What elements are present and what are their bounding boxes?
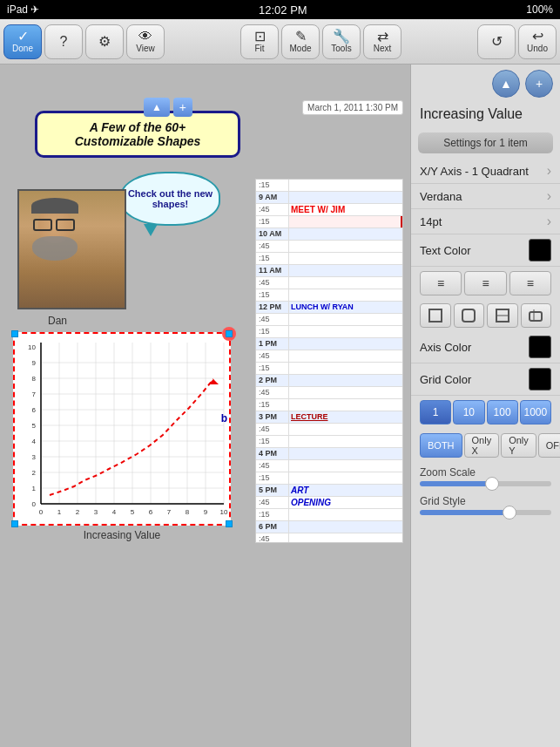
num-100-button[interactable]: 100 xyxy=(487,400,518,424)
grid-style-track[interactable] xyxy=(420,510,551,515)
svg-text:4: 4 xyxy=(112,508,117,516)
num-1-button[interactable]: 1 xyxy=(420,400,451,424)
cal-event xyxy=(289,228,402,240)
panel-up-button[interactable]: ▲ xyxy=(492,70,520,98)
settings-header-text: Settings for 1 item xyxy=(443,137,528,149)
font-row[interactable]: Verdana › xyxy=(411,184,560,209)
toggle-both-button[interactable]: BOTH xyxy=(420,433,462,458)
view-button[interactable]: 👁 View xyxy=(126,24,165,59)
svg-text:8: 8 xyxy=(32,375,37,383)
cal-time: :45 xyxy=(256,533,289,543)
cal-event xyxy=(289,180,402,191)
toggle-only-x-button[interactable]: Only X xyxy=(464,433,500,458)
cal-time: :45 xyxy=(256,204,289,215)
align-center-button[interactable]: ≡ xyxy=(464,271,506,295)
calendar-container: :15 9 AM :45 MEET W/ JIM :15 xyxy=(255,179,403,543)
ipad-label: iPad ✈ xyxy=(7,3,39,16)
person-photo xyxy=(19,191,125,308)
cal-row: :45 xyxy=(256,277,402,289)
align-right-button[interactable]: ≡ xyxy=(509,271,551,295)
axis-color-swatch[interactable] xyxy=(529,336,551,358)
axis-color-row[interactable]: Axis Color xyxy=(411,331,560,363)
drawing-area: March 1, 2011 1:30 PM A Few of the 60+ C… xyxy=(0,95,410,747)
tools-button[interactable]: 🔧 Tools xyxy=(322,24,361,59)
svg-marker-45 xyxy=(208,379,219,384)
svg-text:5: 5 xyxy=(32,422,37,430)
redo-button[interactable]: ↺ xyxy=(477,24,516,59)
num-1000-button[interactable]: 1000 xyxy=(520,400,551,424)
cal-row: 12 PM LUNCH W/ RYAN xyxy=(256,302,402,314)
cal-time: :15 xyxy=(256,253,289,264)
canvas-scroll-up[interactable]: ▲ xyxy=(144,98,170,117)
cal-row: :45 xyxy=(256,460,402,472)
align-right-icon: ≡ xyxy=(527,276,534,290)
cal-event xyxy=(289,399,402,411)
text-color-swatch[interactable] xyxy=(529,239,551,261)
align-left-button[interactable]: ≡ xyxy=(420,271,462,295)
num-10-button[interactable]: 10 xyxy=(453,400,484,424)
zoom-scale-row: Zoom Scale xyxy=(411,462,560,491)
axis-color-label: Axis Color xyxy=(420,341,529,354)
chart-bottom-label: Increasing Value xyxy=(13,529,231,541)
corner-style-4[interactable] xyxy=(521,303,552,328)
cal-event xyxy=(289,509,402,520)
mode-icon: ✎ xyxy=(295,30,307,44)
text-color-row[interactable]: Text Color xyxy=(411,234,560,267)
status-right: 100% xyxy=(526,3,553,16)
grid-style-thumb[interactable] xyxy=(503,506,516,520)
cal-row: :45 xyxy=(256,314,402,326)
help-button[interactable]: ? xyxy=(44,24,83,59)
svg-text:7: 7 xyxy=(167,508,172,516)
mode-button[interactable]: ✎ Mode xyxy=(281,24,320,59)
toggle-off-button[interactable]: OFF xyxy=(538,433,560,458)
help-icon: ? xyxy=(60,35,68,49)
title-line2: Customizable Shapes xyxy=(46,134,229,148)
plus-icon: + xyxy=(536,77,543,91)
cal-row: :15 xyxy=(256,326,402,338)
svg-text:4: 4 xyxy=(32,438,37,445)
cal-time: :15 xyxy=(256,289,289,301)
toolbar-right: ↺ ↩ Undo xyxy=(477,24,557,59)
fit-button[interactable]: ⊡ Fit xyxy=(240,24,279,59)
toggle-only-y-button[interactable]: Only Y xyxy=(501,433,536,458)
axis-row[interactable]: X/Y Axis - 1 Quadrant › xyxy=(411,159,560,184)
corner-style-1[interactable] xyxy=(420,303,451,328)
cal-time: :45 xyxy=(256,350,289,362)
grid-color-row[interactable]: Grid Color xyxy=(411,363,560,396)
canvas-area[interactable]: March 1, 2011 1:30 PM A Few of the 60+ C… xyxy=(0,65,410,747)
next-button[interactable]: ⇄ Next xyxy=(363,24,401,59)
cal-event xyxy=(289,375,402,386)
zoom-scale-track[interactable] xyxy=(420,481,551,486)
beard xyxy=(32,236,78,261)
cal-event xyxy=(289,460,402,472)
glasses-right xyxy=(56,219,75,231)
grid-color-label: Grid Color xyxy=(420,373,529,386)
corner-1-icon xyxy=(428,308,443,323)
done-label: Done xyxy=(12,44,33,53)
corner-style-2[interactable] xyxy=(454,303,485,328)
cal-time: 6 PM xyxy=(256,521,289,533)
panel-title: Increasing Value xyxy=(411,103,560,127)
toggle-group: BOTH Only X Only Y OFF xyxy=(411,429,560,462)
photo-box xyxy=(17,189,126,309)
cal-row: 5 PM ART xyxy=(256,485,402,497)
panel-add-button[interactable]: + xyxy=(525,70,553,98)
status-bar: iPad ✈ 12:02 PM 100% xyxy=(0,0,560,19)
canvas-add-button[interactable]: + xyxy=(173,98,192,117)
size-row[interactable]: 14pt › xyxy=(411,209,560,234)
zoom-scale-thumb[interactable] xyxy=(485,477,499,491)
chart-container: ✕ xyxy=(13,332,231,526)
font-chevron-icon: › xyxy=(547,188,551,204)
done-button[interactable]: ✓ Done xyxy=(3,24,42,59)
cal-event xyxy=(289,436,402,447)
undo-button[interactable]: ↩ Undo xyxy=(518,24,557,59)
tools-icon: 🔧 xyxy=(333,30,350,44)
speech-bubble: Check out the new shapes! xyxy=(120,172,220,226)
settings-header: Settings for 1 item xyxy=(418,132,553,153)
corner-style-3[interactable] xyxy=(487,303,518,328)
grid-color-swatch[interactable] xyxy=(529,368,551,390)
toolbar: ✓ Done ? ⚙ 👁 View ⊡ Fit ✎ Mode 🔧 Tools ⇄ xyxy=(0,19,560,65)
svg-text:10: 10 xyxy=(220,508,228,516)
settings-button[interactable]: ⚙ xyxy=(85,24,124,59)
cal-row: 9 AM xyxy=(256,192,402,204)
